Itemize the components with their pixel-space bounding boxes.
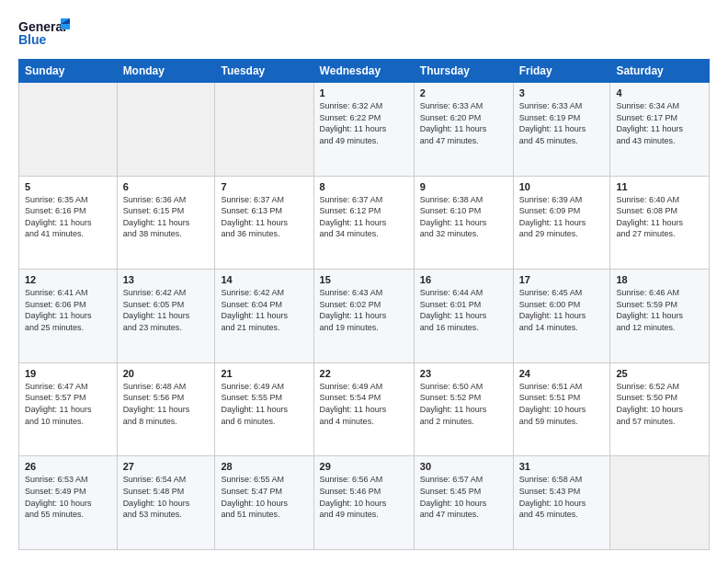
day-content: Sunrise: 6:38 AM Sunset: 6:10 PM Dayligh… [420,194,507,240]
calendar-cell [19,83,118,177]
day-number: 13 [123,274,210,285]
calendar-cell: 30Sunrise: 6:57 AM Sunset: 5:45 PM Dayli… [414,456,513,550]
calendar-cell: 27Sunrise: 6:54 AM Sunset: 5:48 PM Dayli… [117,456,215,550]
day-number: 29 [320,461,408,472]
day-content: Sunrise: 6:40 AM Sunset: 6:08 PM Dayligh… [616,194,703,240]
day-content: Sunrise: 6:57 AM Sunset: 5:45 PM Dayligh… [420,474,507,520]
calendar-cell: 7Sunrise: 6:37 AM Sunset: 6:13 PM Daylig… [215,176,313,270]
day-content: Sunrise: 6:55 AM Sunset: 5:47 PM Dayligh… [221,474,307,520]
day-content: Sunrise: 6:48 AM Sunset: 5:56 PM Dayligh… [123,381,210,427]
calendar-cell: 26Sunrise: 6:53 AM Sunset: 5:49 PM Dayli… [19,456,118,550]
calendar-cell: 24Sunrise: 6:51 AM Sunset: 5:51 PM Dayli… [513,362,610,456]
day-number: 21 [221,368,307,379]
calendar-cell: 21Sunrise: 6:49 AM Sunset: 5:55 PM Dayli… [215,362,313,456]
day-content: Sunrise: 6:43 AM Sunset: 6:02 PM Dayligh… [320,287,408,333]
day-content: Sunrise: 6:49 AM Sunset: 5:54 PM Dayligh… [320,381,408,427]
week-row-1: 1Sunrise: 6:32 AM Sunset: 6:22 PM Daylig… [19,83,710,177]
calendar-cell: 2Sunrise: 6:33 AM Sunset: 6:20 PM Daylig… [414,83,513,177]
day-number: 9 [420,181,507,192]
day-content: Sunrise: 6:45 AM Sunset: 6:00 PM Dayligh… [519,287,605,333]
calendar-cell: 10Sunrise: 6:39 AM Sunset: 6:09 PM Dayli… [513,176,610,270]
day-content: Sunrise: 6:33 AM Sunset: 6:19 PM Dayligh… [519,100,605,146]
calendar-cell: 23Sunrise: 6:50 AM Sunset: 5:52 PM Dayli… [414,362,513,456]
day-number: 18 [616,274,703,285]
calendar-table: SundayMondayTuesdayWednesdayThursdayFrid… [18,59,710,550]
day-number: 30 [420,461,507,472]
day-number: 19 [25,368,111,379]
calendar-cell: 20Sunrise: 6:48 AM Sunset: 5:56 PM Dayli… [117,362,215,456]
day-header-wednesday: Wednesday [313,60,414,83]
day-content: Sunrise: 6:42 AM Sunset: 6:04 PM Dayligh… [221,287,307,333]
calendar-cell: 29Sunrise: 6:56 AM Sunset: 5:46 PM Dayli… [313,456,414,550]
day-content: Sunrise: 6:50 AM Sunset: 5:52 PM Dayligh… [420,381,507,427]
calendar-cell [117,83,215,177]
logo: GeneralBlue [18,17,74,50]
calendar-cell: 31Sunrise: 6:58 AM Sunset: 5:43 PM Dayli… [513,456,610,550]
calendar-cell: 5Sunrise: 6:35 AM Sunset: 6:16 PM Daylig… [19,176,118,270]
calendar-cell: 11Sunrise: 6:40 AM Sunset: 6:08 PM Dayli… [610,176,710,270]
day-header-sunday: Sunday [19,60,118,83]
calendar-cell: 19Sunrise: 6:47 AM Sunset: 5:57 PM Dayli… [19,362,118,456]
svg-text:Blue: Blue [18,32,47,47]
day-number: 31 [519,461,605,472]
day-content: Sunrise: 6:42 AM Sunset: 6:05 PM Dayligh… [123,287,210,333]
calendar-cell: 13Sunrise: 6:42 AM Sunset: 6:05 PM Dayli… [117,270,215,363]
day-content: Sunrise: 6:41 AM Sunset: 6:06 PM Dayligh… [25,287,111,333]
day-content: Sunrise: 6:47 AM Sunset: 5:57 PM Dayligh… [25,381,111,427]
week-row-5: 26Sunrise: 6:53 AM Sunset: 5:49 PM Dayli… [19,456,710,550]
week-row-2: 5Sunrise: 6:35 AM Sunset: 6:16 PM Daylig… [19,176,710,270]
logo-svg: GeneralBlue [18,17,74,50]
calendar-cell: 9Sunrise: 6:38 AM Sunset: 6:10 PM Daylig… [414,176,513,270]
calendar-cell: 4Sunrise: 6:34 AM Sunset: 6:17 PM Daylig… [610,83,710,177]
day-header-saturday: Saturday [610,60,710,83]
calendar-cell: 28Sunrise: 6:55 AM Sunset: 5:47 PM Dayli… [215,456,313,550]
day-content: Sunrise: 6:35 AM Sunset: 6:16 PM Dayligh… [25,194,111,240]
day-content: Sunrise: 6:44 AM Sunset: 6:01 PM Dayligh… [420,287,507,333]
day-header-monday: Monday [117,60,215,83]
day-content: Sunrise: 6:58 AM Sunset: 5:43 PM Dayligh… [519,474,605,520]
calendar-cell: 17Sunrise: 6:45 AM Sunset: 6:00 PM Dayli… [513,270,610,363]
day-number: 27 [123,461,210,472]
day-content: Sunrise: 6:37 AM Sunset: 6:12 PM Dayligh… [320,194,408,240]
day-content: Sunrise: 6:51 AM Sunset: 5:51 PM Dayligh… [519,381,605,427]
day-number: 24 [519,368,605,379]
day-number: 11 [616,181,703,192]
day-number: 20 [123,368,210,379]
day-content: Sunrise: 6:49 AM Sunset: 5:55 PM Dayligh… [221,381,307,427]
day-content: Sunrise: 6:34 AM Sunset: 6:17 PM Dayligh… [616,100,703,146]
calendar-header-row: SundayMondayTuesdayWednesdayThursdayFrid… [19,60,710,83]
calendar-cell: 3Sunrise: 6:33 AM Sunset: 6:19 PM Daylig… [513,83,610,177]
calendar-cell [215,83,313,177]
day-number: 17 [519,274,605,285]
day-number: 22 [320,368,408,379]
day-header-thursday: Thursday [414,60,513,83]
day-number: 1 [320,87,408,98]
day-content: Sunrise: 6:53 AM Sunset: 5:49 PM Dayligh… [25,474,111,520]
calendar-cell: 16Sunrise: 6:44 AM Sunset: 6:01 PM Dayli… [414,270,513,363]
day-number: 7 [221,181,307,192]
day-content: Sunrise: 6:56 AM Sunset: 5:46 PM Dayligh… [320,474,408,520]
day-number: 5 [25,181,111,192]
day-header-tuesday: Tuesday [215,60,313,83]
day-number: 28 [221,461,307,472]
day-number: 10 [519,181,605,192]
day-number: 26 [25,461,111,472]
day-content: Sunrise: 6:33 AM Sunset: 6:20 PM Dayligh… [420,100,507,146]
calendar-cell: 12Sunrise: 6:41 AM Sunset: 6:06 PM Dayli… [19,270,118,363]
day-number: 23 [420,368,507,379]
day-content: Sunrise: 6:54 AM Sunset: 5:48 PM Dayligh… [123,474,210,520]
day-number: 2 [420,87,507,98]
calendar-cell: 22Sunrise: 6:49 AM Sunset: 5:54 PM Dayli… [313,362,414,456]
day-number: 8 [320,181,408,192]
calendar-cell: 1Sunrise: 6:32 AM Sunset: 6:22 PM Daylig… [313,83,414,177]
day-number: 12 [25,274,111,285]
calendar-cell [610,456,710,550]
calendar-cell: 25Sunrise: 6:52 AM Sunset: 5:50 PM Dayli… [610,362,710,456]
week-row-4: 19Sunrise: 6:47 AM Sunset: 5:57 PM Dayli… [19,362,710,456]
day-number: 14 [221,274,307,285]
calendar-cell: 15Sunrise: 6:43 AM Sunset: 6:02 PM Dayli… [313,270,414,363]
day-content: Sunrise: 6:46 AM Sunset: 5:59 PM Dayligh… [616,287,703,333]
day-number: 4 [616,87,703,98]
calendar-cell: 14Sunrise: 6:42 AM Sunset: 6:04 PM Dayli… [215,270,313,363]
page-header: GeneralBlue [18,17,710,50]
